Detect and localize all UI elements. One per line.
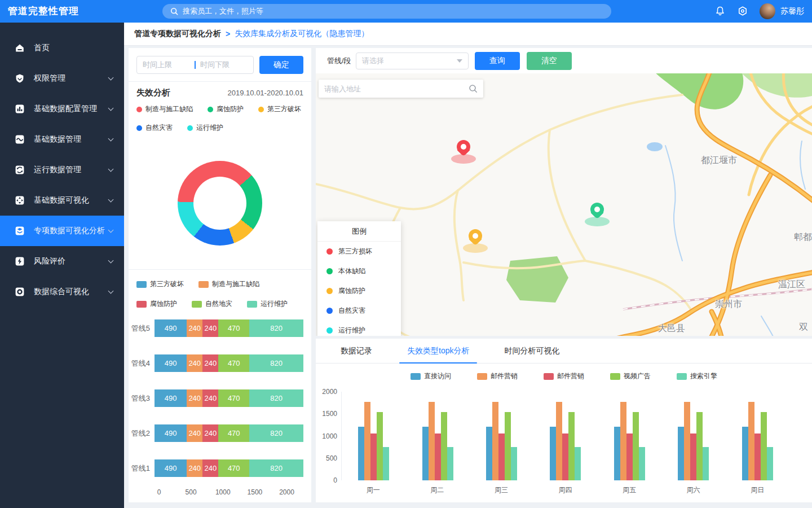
legend-label: 第三方损坏	[338, 247, 372, 256]
map-legend-item: 第三方损坏	[317, 242, 401, 261]
chart-legend-item[interactable]: 邮件营销	[477, 371, 518, 381]
bar-chart-icon	[15, 104, 25, 114]
map-place-label: 郫都	[794, 231, 812, 243]
donut-legend-item[interactable]: 第三方破坏	[258, 104, 301, 114]
sidebar-item-base-config[interactable]: 基础数据配置管理	[0, 94, 124, 124]
chart-legend-item[interactable]: 搜索引擎	[677, 371, 717, 381]
bar	[435, 433, 441, 480]
sidebar-item-risk-evaluation[interactable]: 风险评价	[0, 246, 124, 277]
address-input[interactable]	[324, 85, 469, 93]
donut-legend-item[interactable]: 腐蚀防护	[208, 104, 244, 114]
pipeline-label: 管线2	[129, 428, 155, 439]
map-legend-title: 图例	[317, 221, 401, 242]
pipeline-stacked-bar: 490240240470820	[155, 459, 303, 477]
donut-legend-item[interactable]: 自然灾害	[136, 123, 173, 133]
map-address-search[interactable]	[319, 80, 483, 98]
legend-label: 第三方破坏	[267, 104, 301, 114]
bar	[639, 447, 645, 480]
bar	[703, 447, 709, 480]
avatar[interactable]	[760, 3, 775, 19]
chevron-down-icon	[108, 105, 114, 111]
pipeline-bar-row: 管线3490240240470820	[129, 389, 303, 407]
sidebar-item-base-data[interactable]: 基础数据管理	[0, 124, 124, 155]
chart-legend-item[interactable]: 视频广告	[610, 371, 651, 381]
chevron-down-icon	[108, 166, 114, 172]
legend-dot-icon	[136, 107, 142, 112]
bar	[696, 412, 703, 480]
stacked-legend-item[interactable]: 制造与施工缺陷	[198, 279, 259, 289]
legend-swatch-icon	[192, 301, 202, 308]
chevron-down-icon	[108, 227, 114, 233]
pipeline-select[interactable]: 请选择	[356, 52, 469, 69]
pipeline-label: 管线1	[129, 463, 155, 474]
legend-swatch-icon	[411, 373, 421, 380]
axis-tick-label: 0	[157, 488, 161, 496]
sidebar-item-comprehensive-visualization[interactable]: 数据综合可视化	[0, 277, 124, 307]
pipeline-bar-row: 管线1490240240470820	[129, 459, 303, 477]
donut-legend-item[interactable]: 运行维护	[187, 123, 223, 133]
settings-icon[interactable]	[737, 6, 748, 17]
chart-legend-item[interactable]: 邮件营销	[544, 371, 584, 381]
donut-legend-item[interactable]: 制造与施工缺陷	[136, 104, 193, 114]
sidebar-item-label: 基础数据管理	[34, 134, 109, 144]
axis-tick-label: 500	[186, 488, 197, 496]
date-divider	[195, 61, 196, 69]
app-title: 管道完整性管理	[8, 0, 79, 23]
bar-segment: 240	[187, 319, 202, 337]
date-range-input[interactable]: 时间上限 时间下限	[136, 56, 254, 74]
sidebar-item-base-visualization[interactable]: 基础数据可视化	[0, 185, 124, 216]
bar-segment: 490	[155, 389, 187, 407]
pipeline-select-label: 管线/段	[327, 56, 351, 66]
query-button[interactable]: 查询	[475, 52, 520, 70]
legend-label: 搜索引擎	[690, 371, 717, 381]
bar-segment: 470	[218, 459, 249, 477]
search-icon[interactable]	[469, 84, 478, 93]
clear-button[interactable]: 清空	[527, 52, 572, 70]
chart-legend-item[interactable]: 直接访问	[411, 371, 451, 381]
breadcrumb: 管道专项数据可视化分析 > 失效库集成分析及可视化（隐患管理）	[124, 23, 812, 46]
legend-label: 直接访问	[424, 371, 451, 381]
global-search-input[interactable]: 搜索员工，文件，照片等	[162, 4, 611, 19]
pipeline-bar-row: 管线5490240240470820	[129, 319, 303, 337]
pipeline-stacked-bar: 490240240470820	[155, 389, 303, 407]
sidebar-item-special-visualization-analysis[interactable]: 专项数据可视化分析	[0, 216, 124, 246]
stacked-legend-item[interactable]: 运行维护	[247, 299, 288, 309]
confirm-button[interactable]: 确定	[259, 56, 303, 74]
stacked-legend-item[interactable]: 腐蚀防护	[136, 299, 177, 309]
bar	[364, 402, 370, 480]
bar-segment: 470	[218, 424, 249, 442]
tab-data-records[interactable]: 数据记录	[339, 339, 373, 363]
map-marker[interactable]	[451, 140, 476, 164]
stacked-legend-item[interactable]: 自然地灾	[192, 299, 232, 309]
map-marker[interactable]	[585, 203, 610, 226]
map-canvas[interactable]: 都江堰市 郫都 温江区 崇州市 大邑县 双 图例 第三方损坏本体缺陷腐蚀防护自然…	[316, 73, 812, 336]
grouped-y-axis: 0500100015002000	[316, 392, 337, 480]
bar-segment: 240	[202, 389, 218, 407]
bar-segment: 240	[202, 319, 218, 337]
pipeline-stacked-bar: 490240240470820	[155, 354, 303, 372]
bell-icon[interactable]	[714, 6, 726, 17]
stacked-legend-item[interactable]: 第三方破坏	[136, 279, 184, 289]
map-place-label: 双	[799, 322, 808, 334]
bar-group	[677, 392, 709, 480]
tab-time-analysis[interactable]: 时间分析可视化	[503, 339, 561, 363]
breadcrumb-parent[interactable]: 管道专项数据可视化分析	[134, 29, 221, 39]
legend-dot-icon	[208, 107, 213, 112]
map-legend-item: 自然灾害	[317, 301, 401, 321]
legend-swatch-icon	[136, 301, 147, 308]
date-lower-placeholder[interactable]: 时间下限	[200, 60, 248, 70]
bar	[383, 447, 389, 480]
bar-segment: 820	[249, 319, 303, 337]
sidebar-item-runtime-data[interactable]: 运行数据管理	[0, 155, 124, 185]
map-marker[interactable]	[463, 229, 488, 253]
bar	[447, 447, 453, 480]
sidebar-item-label: 首页	[34, 43, 113, 53]
sidebar-item-home[interactable]: 首页	[0, 33, 124, 63]
sidebar-item-permissions[interactable]: 权限管理	[0, 63, 124, 94]
legend-swatch-icon	[677, 373, 687, 380]
date-upper-placeholder[interactable]: 时间上限	[143, 60, 190, 70]
bar-segment: 490	[155, 459, 187, 477]
axis-category-label: 周一	[357, 485, 389, 495]
tab-failure-topk[interactable]: 失效类型topk分析	[406, 339, 470, 363]
user-menu[interactable]: 苏馨彤	[760, 3, 804, 19]
